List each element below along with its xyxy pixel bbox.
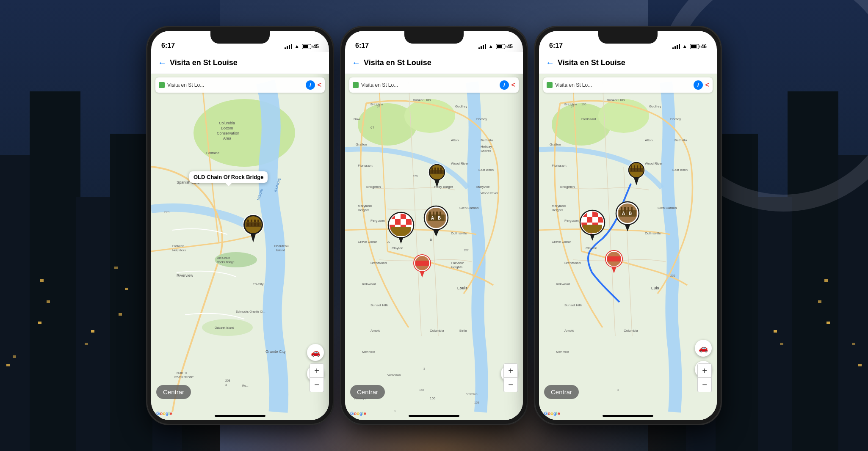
phone-1-battery — [302, 44, 311, 49]
phone-1-car-button[interactable]: 🚗 — [307, 344, 324, 361]
svg-text:Bunker Hills: Bunker Hills — [607, 98, 625, 102]
svg-text:Wood River: Wood River — [481, 191, 498, 195]
svg-rect-34 — [254, 220, 256, 226]
phone-3-nav-title: Visita en St Louise — [558, 58, 625, 67]
svg-text:3: 3 — [617, 388, 619, 391]
phone-2-map[interactable]: Brighton Bunker Hills Godfrey Dorsey Dow… — [345, 74, 523, 420]
svg-rect-158 — [640, 165, 641, 171]
phone-1-centrar-button[interactable]: Centrar — [156, 385, 191, 399]
svg-text:Luis: Luis — [651, 286, 659, 290]
phone-3-car-button[interactable]: 🚗 — [695, 340, 712, 357]
phone-2-info-button[interactable]: i — [500, 80, 509, 90]
svg-text:NORTH: NORTH — [177, 371, 187, 374]
svg-text:B: B — [430, 238, 432, 242]
phone-2-signal — [478, 44, 486, 49]
phone-1-map[interactable]: Columbia Bottom Conservation Area MISURI… — [151, 74, 329, 420]
phone-1-callout: OLD Chain Of Rock Bridge — [189, 171, 268, 183]
svg-rect-118 — [415, 261, 429, 266]
phone-1-bridge-pin[interactable] — [242, 214, 264, 242]
svg-text:Collinsville: Collinsville — [451, 231, 467, 235]
svg-text:Area: Area — [223, 136, 231, 140]
phone-3-back-button[interactable]: ← — [546, 58, 554, 68]
svg-rect-93 — [437, 168, 439, 173]
phone-1-google-logo: Google — [156, 411, 172, 416]
svg-text:Maryland: Maryland — [552, 204, 566, 208]
phone-3-map[interactable]: Brighton Bunker Hills Godfrey Dorsey Gra… — [539, 74, 717, 420]
phone-3-food-pin[interactable] — [605, 250, 623, 273]
svg-text:Fontaine: Fontaine — [172, 245, 184, 248]
svg-text:156: 156 — [430, 396, 436, 400]
svg-text:Brentwood: Brentwood — [564, 261, 581, 265]
phone-3-centrar-button[interactable]: Centrar — [544, 385, 579, 399]
phone-2-nav[interactable]: ← Visita en St Louise — [345, 52, 523, 74]
svg-text:67: 67 — [377, 105, 380, 108]
phone-2-map-toolbar[interactable]: Visita en St Lo... i < — [349, 77, 519, 93]
svg-text:B: B — [629, 211, 632, 216]
phone-2-bridge-pin[interactable] — [428, 163, 446, 187]
phone-1-zoom-plus[interactable]: + — [310, 363, 324, 378]
phone-2-time: 6:17 — [355, 42, 369, 50]
phone-3-map-toolbar[interactable]: Visita en St Lo... i < — [543, 77, 713, 93]
phone-2-zoom-minus[interactable]: − — [503, 378, 518, 392]
phone-1-zoom-minus[interactable]: − — [310, 378, 324, 392]
phone-1-map-toolbar[interactable]: Visita en St Lo... i < — [155, 77, 325, 93]
phone-3-chevron[interactable]: < — [705, 81, 709, 89]
svg-rect-35 — [257, 220, 259, 226]
phone-3-signal — [672, 44, 680, 49]
svg-text:3: 3 — [225, 383, 227, 386]
phone-1: 6:17 ▲ 45 ← Vis — [147, 27, 333, 424]
svg-text:Godfrey: Godfrey — [455, 104, 467, 108]
svg-text:Heights: Heights — [451, 265, 462, 269]
svg-rect-32 — [247, 220, 249, 226]
svg-text:Wood River: Wood River — [451, 162, 469, 165]
svg-text:203: 203 — [225, 379, 230, 382]
phone-3-restaurant-pin[interactable] — [579, 209, 605, 241]
phone-3-google-logo: Google — [544, 411, 560, 416]
svg-text:Fontaine: Fontaine — [206, 151, 220, 155]
svg-text:Waterloo: Waterloo — [387, 373, 401, 377]
phone-1-nav-title: Visita en St Louise — [170, 58, 238, 67]
phone-3-battery-label: 46 — [701, 44, 707, 50]
svg-text:255: 255 — [670, 274, 675, 277]
phone-1-status-icons: ▲ 45 — [285, 43, 319, 50]
phone-3-bridge-pin[interactable] — [627, 161, 646, 185]
phone-1-info-button[interactable]: i — [306, 80, 315, 90]
phone-2-chevron[interactable]: < — [511, 81, 515, 89]
phone-3-nav[interactable]: ← Visita en St Louise — [539, 52, 717, 74]
phone-2-back-button[interactable]: ← — [352, 58, 360, 68]
svg-text:Bunker Hills: Bunker Hills — [413, 98, 431, 102]
phone-2-nav-title: Visita en St Louise — [364, 58, 431, 67]
svg-text:Clayton: Clayton — [586, 246, 597, 250]
phone-3-zoom-minus[interactable]: − — [697, 378, 712, 392]
svg-rect-99 — [401, 214, 406, 219]
svg-text:100: 100 — [581, 103, 586, 106]
phone-3-info-button[interactable]: i — [694, 80, 703, 90]
phone-2-battery — [496, 44, 505, 49]
phone-1-screen: 6:17 ▲ 45 ← Vis — [151, 31, 329, 420]
phone-3-location-pin[interactable]: A B — [615, 201, 640, 231]
phone-1-chevron[interactable]: < — [318, 81, 321, 89]
phone-2-home-indicator — [409, 415, 459, 417]
svg-text:Maryville: Maryville — [476, 185, 490, 189]
svg-text:159: 159 — [474, 401, 479, 404]
svg-text:Louis: Louis — [457, 286, 467, 290]
phone-2-zoom-plus[interactable]: + — [503, 363, 518, 378]
phone-1-home-indicator — [215, 415, 265, 417]
phone-1-notch — [210, 31, 270, 44]
phone-2-food-pin[interactable] — [413, 254, 431, 278]
phone-1-nav[interactable]: ← Visita en St Louise — [151, 52, 329, 74]
phone-1-back-button[interactable]: ← — [158, 58, 166, 68]
phone-2-restaurant-pin[interactable] — [387, 212, 415, 244]
phone-2-location-pin[interactable]: A B — [423, 205, 449, 236]
svg-text:Columbia: Columbia — [219, 121, 235, 125]
phone-3-zoom-plus[interactable]: + — [697, 363, 712, 378]
svg-text:Arnold: Arnold — [370, 329, 380, 333]
phone-2-centrar-button[interactable]: Centrar — [350, 385, 385, 399]
svg-text:Collinsville: Collinsville — [645, 231, 661, 235]
svg-rect-164 — [587, 217, 592, 223]
phone-3-toolbar-color — [547, 82, 553, 88]
svg-text:Old Chain: Old Chain — [217, 256, 230, 259]
svg-rect-182 — [607, 256, 621, 261]
svg-text:Columbia: Columbia — [430, 329, 444, 333]
svg-text:Creve Coeur: Creve Coeur — [358, 240, 377, 244]
